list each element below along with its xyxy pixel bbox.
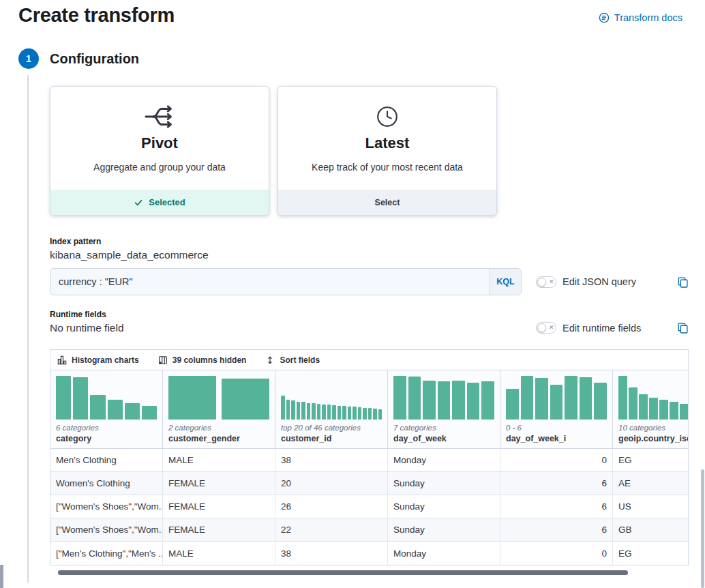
edit-runtime-fields-toggle[interactable]: ✕ <box>536 322 556 334</box>
docs-link-label: Transform docs <box>614 12 682 23</box>
configuration-section: Pivot Aggregate and group your data Sele… <box>50 86 689 575</box>
column-header-day_of_week[interactable]: 7 categoriesday_of_week <box>388 370 500 448</box>
table-cell-day_of_week[interactable]: Sunday <box>388 495 500 518</box>
column-header-customer_id[interactable]: top 20 of 46 categoriescustomer_id <box>275 370 388 448</box>
customer_gender-histogram <box>168 376 269 420</box>
table-cell-customer_gender[interactable]: FEMALE <box>163 472 275 495</box>
histogram-bar <box>108 400 123 420</box>
copy-query-button[interactable] <box>677 276 689 288</box>
column-header-geoip.country_iso_code[interactable]: 10 categoriesgeoip.country_iso_code <box>613 370 689 448</box>
histogram-charts-label: Histogram charts <box>72 355 139 365</box>
step-number-badge: 1 <box>18 48 39 69</box>
step-title: Configuration <box>50 51 139 67</box>
search-query-bar[interactable]: currency : "EUR" KQL <box>50 268 522 295</box>
histogram-bar <box>618 376 627 420</box>
pivot-card-footer[interactable]: Selected <box>50 190 269 215</box>
table-cell-day_of_week[interactable]: Sunday <box>388 472 500 495</box>
table-cell-day_of_week[interactable]: Sunday <box>388 518 500 541</box>
table-cell-customer_gender[interactable]: FEMALE <box>163 495 275 518</box>
latest-card-description: Keep track of your most recent data <box>278 162 496 173</box>
histogram-bar <box>222 379 269 420</box>
runtime-fields-row: Runtime fields No runtime field ✕ Edit r… <box>50 310 689 334</box>
histogram-bar <box>629 387 638 420</box>
column-header-category[interactable]: 6 categoriescategory <box>50 370 163 448</box>
column-name: day_of_week_i <box>506 434 607 443</box>
histogram-bar <box>649 398 658 420</box>
geoip.country_iso_code-histogram <box>618 376 689 420</box>
table-cell-day_of_week_i[interactable]: 6 <box>500 518 613 541</box>
table-cell-day_of_week_i[interactable]: 6 <box>500 472 613 495</box>
table-cell-day_of_week[interactable]: Monday <box>388 449 500 471</box>
pivot-card[interactable]: Pivot Aggregate and group your data Sele… <box>50 86 269 216</box>
transform-docs-link[interactable]: Transform docs <box>599 12 682 23</box>
toggle-thumb <box>537 278 546 286</box>
edit-json-query-label: Edit JSON query <box>562 276 636 287</box>
kql-language-button[interactable]: KQL <box>490 269 521 295</box>
column-name: customer_id <box>281 434 382 443</box>
table-cell-category[interactable]: ["Women's Shoes","Wom... <box>50 495 163 518</box>
copy-clipboard-icon <box>677 276 689 288</box>
horizontal-scrollbar[interactable] <box>58 570 628 575</box>
table-cell-category[interactable]: ["Women's Shoes","Wom... <box>50 518 163 541</box>
table-cell-customer_id[interactable]: 38 <box>275 449 388 471</box>
table-cell-category[interactable]: ["Men's Clothing","Men's ... <box>50 542 163 565</box>
table-cell-geoip.country_iso_code[interactable]: GB <box>613 518 689 541</box>
histogram-bar <box>301 402 305 420</box>
table-cell-customer_id[interactable]: 26 <box>275 495 388 518</box>
column-name: day_of_week <box>393 434 494 443</box>
table-cell-geoip.country_iso_code[interactable]: US <box>613 495 689 518</box>
column-header-day_of_week_i[interactable]: 0 - 6day_of_week_i <box>500 370 613 448</box>
column-caption: 6 categories <box>56 424 157 432</box>
vertical-scrollbar[interactable] <box>701 469 704 588</box>
columns-hidden-button[interactable]: 39 columns hidden <box>158 355 247 365</box>
table-row: ["Women's Shoes","Wom...FEMALE26Sunday6U… <box>50 495 688 518</box>
histogram-bar <box>317 404 321 420</box>
latest-card[interactable]: Latest Keep track of your most recent da… <box>278 86 497 216</box>
runtime-fields-value: No runtime field <box>50 322 522 334</box>
left-edge-scrollbar[interactable] <box>0 565 3 588</box>
pivot-branch-icon <box>50 103 269 130</box>
histogram-bar <box>467 383 480 420</box>
table-row: ["Women's Shoes","Wom...FEMALE22Sunday6G… <box>50 518 688 542</box>
histogram-bar <box>506 389 519 420</box>
table-cell-geoip.country_iso_code[interactable]: AE <box>613 472 689 495</box>
table-row: Women's ClothingFEMALE20Sunday6AE <box>50 472 688 495</box>
index-pattern-label: Index pattern <box>50 237 689 246</box>
histogram-bar <box>438 381 451 420</box>
table-cell-day_of_week[interactable]: Monday <box>388 542 500 565</box>
histogram-bar <box>363 408 367 420</box>
table-cell-customer_gender[interactable]: FEMALE <box>163 518 275 541</box>
table-cell-day_of_week_i[interactable]: 0 <box>500 449 613 471</box>
table-cell-category[interactable]: Men's Clothing <box>50 449 163 471</box>
edit-json-query-toggle[interactable]: ✕ <box>536 276 556 288</box>
histogram-bar <box>297 402 301 420</box>
copy-runtime-fields-button[interactable] <box>677 322 689 334</box>
sort-fields-label: Sort fields <box>280 355 320 365</box>
latest-card-footer[interactable]: Select <box>278 190 496 215</box>
table-cell-day_of_week_i[interactable]: 0 <box>500 542 613 565</box>
table-cell-customer_gender[interactable]: MALE <box>163 542 275 565</box>
column-header-customer_gender[interactable]: 2 categoriescustomer_gender <box>163 370 275 448</box>
table-cell-customer_id[interactable]: 38 <box>275 542 388 565</box>
histogram-bar <box>670 402 678 420</box>
table-cell-category[interactable]: Women's Clothing <box>50 472 163 495</box>
table-cell-customer_gender[interactable]: MALE <box>163 449 275 471</box>
table-cell-customer_id[interactable]: 20 <box>275 472 388 495</box>
histogram-bar <box>307 403 311 420</box>
step-header: 1 Configuration <box>18 48 139 69</box>
histogram-bar <box>639 394 648 420</box>
table-cell-customer_id[interactable]: 22 <box>275 518 388 541</box>
histogram-bar <box>378 409 382 420</box>
table-cell-day_of_week_i[interactable]: 6 <box>500 495 613 518</box>
clock-icon <box>278 103 496 130</box>
table-cell-geoip.country_iso_code[interactable]: EG <box>613 542 689 565</box>
histogram-bar <box>352 407 357 420</box>
toggle-thumb <box>537 323 546 332</box>
histogram-charts-button[interactable]: Histogram charts <box>57 355 139 365</box>
histogram-bar <box>312 403 316 420</box>
histogram-bar <box>408 377 421 420</box>
query-input[interactable]: currency : "EUR" <box>50 269 490 295</box>
table-cell-geoip.country_iso_code[interactable]: EG <box>613 449 689 471</box>
histogram-bar <box>56 376 71 420</box>
sort-fields-button[interactable]: Sort fields <box>265 355 320 365</box>
